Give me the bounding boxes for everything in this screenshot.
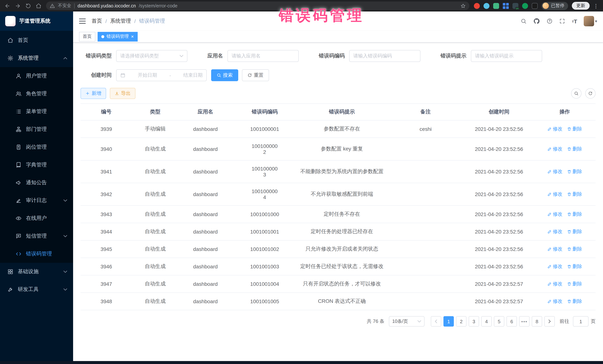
delete-link[interactable]: 删除 bbox=[567, 298, 582, 305]
button-label: 重置 bbox=[254, 72, 264, 78]
kebab-menu-icon[interactable]: ⋮ bbox=[593, 3, 599, 8]
page-button[interactable]: 4 bbox=[481, 316, 492, 327]
next-page-button[interactable] bbox=[544, 316, 555, 327]
edit-link[interactable]: 修改 bbox=[547, 281, 562, 287]
address-bar[interactable]: 不安全 dashboard.yudao.iocoder.cn /system/e… bbox=[46, 1, 469, 10]
home-nav-icon[interactable] bbox=[36, 3, 42, 9]
delete-link[interactable]: 删除 bbox=[567, 126, 582, 132]
sidebar-item-label: 用户管理 bbox=[26, 73, 47, 79]
sidebar-item-notices[interactable]: 通知公告 bbox=[0, 174, 73, 192]
error-code-input[interactable]: 请输入错误码编码 bbox=[349, 50, 420, 62]
edit-link[interactable]: 修改 bbox=[547, 126, 562, 132]
delete-link[interactable]: 删除 bbox=[567, 246, 582, 253]
breadcrumb-system[interactable]: 系统管理 bbox=[110, 18, 131, 24]
extension-icon-green[interactable] bbox=[522, 3, 528, 9]
close-icon[interactable]: × bbox=[131, 34, 134, 39]
extension-icon-vue[interactable] bbox=[493, 3, 499, 9]
pencil-icon bbox=[547, 230, 552, 234]
refresh-table-button[interactable] bbox=[585, 88, 596, 99]
edit-link[interactable]: 修改 bbox=[547, 263, 562, 270]
sidebar-item-infrastructure[interactable]: 基础设施 bbox=[0, 263, 73, 281]
tab-home[interactable]: 首页 bbox=[79, 32, 95, 41]
trash-icon bbox=[567, 127, 571, 131]
delete-link[interactable]: 删除 bbox=[567, 191, 582, 198]
page-button[interactable]: 5 bbox=[494, 316, 504, 327]
update-button[interactable]: 更新 bbox=[572, 2, 590, 10]
tab-error-code[interactable]: 错误码管理 × bbox=[98, 32, 138, 41]
sidebar-item-dev-tools[interactable]: 研发工具 bbox=[0, 281, 73, 298]
more-pages-button[interactable]: ••• bbox=[519, 316, 530, 327]
prev-page-button[interactable] bbox=[431, 316, 441, 327]
delete-link[interactable]: 删除 bbox=[567, 146, 582, 152]
search-toggle-button[interactable] bbox=[571, 88, 581, 99]
book-icon bbox=[16, 162, 22, 168]
profile-chip[interactable]: 已暂停 bbox=[541, 2, 568, 10]
app-name-input[interactable]: 请输入应用名 bbox=[227, 50, 299, 62]
edit-link[interactable]: 修改 bbox=[547, 298, 562, 305]
start-date-placeholder: 开始日期 bbox=[138, 72, 157, 78]
extension-icon-drop[interactable] bbox=[484, 3, 489, 9]
sidebar-item-roles[interactable]: 角色管理 bbox=[0, 85, 73, 103]
edit-link[interactable]: 修改 bbox=[547, 191, 562, 198]
sidebar-item-menus[interactable]: 菜单管理 bbox=[0, 103, 73, 121]
edit-link[interactable]: 修改 bbox=[547, 211, 562, 218]
search-icon[interactable] bbox=[521, 18, 527, 24]
error-hint-input[interactable]: 请输入错误码提示 bbox=[471, 50, 542, 62]
extension-icon-switch[interactable]: on bbox=[512, 3, 518, 9]
reset-button[interactable]: 重置 bbox=[242, 69, 269, 81]
sidebar-item-users[interactable]: 用户管理 bbox=[0, 67, 73, 85]
page-button[interactable]: 6 bbox=[507, 316, 517, 327]
search-button[interactable]: 搜索 bbox=[211, 69, 238, 81]
sidebar-item-dictionary[interactable]: 字典管理 bbox=[0, 156, 73, 174]
page-button[interactable]: 8 bbox=[532, 316, 542, 327]
sidebar-item-sms[interactable]: 短信管理 bbox=[0, 227, 73, 245]
delete-link[interactable]: 删除 bbox=[567, 168, 582, 175]
sidebar-item-positions[interactable]: 岗位管理 bbox=[0, 138, 73, 156]
edit-link[interactable]: 修改 bbox=[547, 228, 562, 235]
extension-icon-record[interactable] bbox=[474, 3, 480, 9]
error-type-select[interactable]: 请选择错误码类型 bbox=[116, 50, 187, 62]
date-range-picker[interactable]: 开始日期 - 结束日期 bbox=[116, 69, 207, 81]
github-icon[interactable] bbox=[533, 18, 540, 24]
sidebar-item-label: 部门管理 bbox=[26, 126, 47, 133]
page-button[interactable]: 2 bbox=[456, 316, 466, 327]
id-badge-icon bbox=[16, 144, 22, 150]
table-row: 3946自动生成dashboard1001001003定时任务已经处于该状态，无… bbox=[81, 258, 596, 275]
forward-icon[interactable] bbox=[15, 3, 21, 9]
message-icon bbox=[16, 233, 22, 239]
page-button[interactable]: 3 bbox=[469, 316, 479, 327]
reload-icon[interactable] bbox=[25, 3, 31, 9]
page-button[interactable]: 1 bbox=[443, 316, 454, 327]
extension-icon-puzzle[interactable] bbox=[532, 3, 538, 9]
page-size-select[interactable]: 10条/页 bbox=[389, 316, 425, 327]
sidebar-item-online-users[interactable]: 在线用户 bbox=[0, 210, 73, 227]
app-logo-bar[interactable]: 芋道管理系统 bbox=[0, 11, 73, 31]
font-size-icon[interactable]: тT bbox=[572, 18, 577, 24]
bookmark-star-icon[interactable] bbox=[461, 3, 466, 8]
goto-page-input[interactable] bbox=[573, 316, 589, 327]
sidebar-item-system[interactable]: 系统管理 bbox=[0, 49, 73, 67]
edit-link[interactable]: 修改 bbox=[547, 168, 562, 175]
fullscreen-icon[interactable] bbox=[559, 18, 565, 24]
delete-link[interactable]: 删除 bbox=[567, 228, 582, 235]
export-button[interactable]: 导出 bbox=[110, 88, 135, 99]
refresh-icon bbox=[588, 91, 593, 96]
back-icon[interactable] bbox=[4, 3, 10, 9]
delete-link[interactable]: 删除 bbox=[567, 263, 582, 270]
sidebar-item-error-code[interactable]: 错误码管理 bbox=[0, 245, 73, 263]
button-label: 搜索 bbox=[223, 72, 233, 78]
avatar[interactable]: ▾ bbox=[584, 16, 597, 26]
sidebar-item-audit-log[interactable]: 审计日志 bbox=[0, 192, 73, 210]
delete-link[interactable]: 删除 bbox=[567, 281, 582, 287]
sidebar-item-home[interactable]: 首页 bbox=[0, 32, 73, 49]
edit-link[interactable]: 修改 bbox=[547, 246, 562, 253]
delete-link[interactable]: 删除 bbox=[567, 211, 582, 218]
breadcrumb-home[interactable]: 首页 bbox=[92, 18, 102, 24]
extension-icon-grid[interactable] bbox=[503, 3, 509, 9]
add-button[interactable]: 新增 bbox=[81, 88, 106, 99]
hamburger-icon[interactable] bbox=[79, 19, 86, 24]
help-icon[interactable] bbox=[547, 18, 553, 24]
edit-link[interactable]: 修改 bbox=[547, 146, 562, 152]
megaphone-icon bbox=[16, 180, 22, 186]
sidebar-item-departments[interactable]: 部门管理 bbox=[0, 121, 73, 138]
